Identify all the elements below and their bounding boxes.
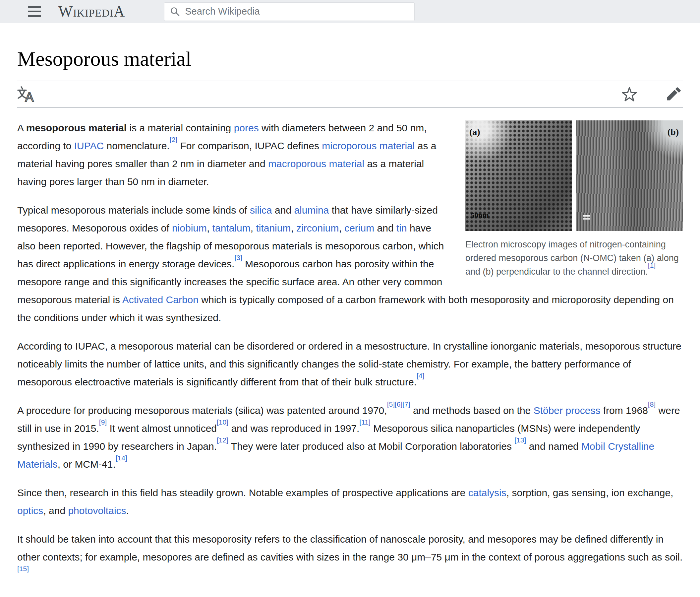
wiki-link[interactable]: catalysis bbox=[468, 487, 506, 498]
scale-bar: 50nm bbox=[471, 207, 489, 226]
reference-marker: [5] bbox=[387, 400, 395, 408]
reference-link[interactable]: [15] bbox=[17, 565, 29, 572]
paragraph: Since then, research in this field has s… bbox=[17, 484, 683, 520]
wiki-link[interactable]: silica bbox=[250, 205, 272, 216]
wiki-link[interactable]: niobium bbox=[172, 222, 207, 234]
wiki-link[interactable]: photovoltaics bbox=[68, 505, 126, 516]
search-icon bbox=[170, 6, 180, 17]
reference-link[interactable]: [2] bbox=[170, 136, 177, 143]
reference-marker: [8] bbox=[648, 400, 656, 408]
wiki-link[interactable]: pores bbox=[234, 122, 259, 133]
page-title: Mesoporous material bbox=[17, 23, 683, 71]
language-icon[interactable]: A bbox=[17, 86, 34, 102]
scale-tick bbox=[583, 215, 590, 217]
bold-term: mesoporous material bbox=[26, 122, 127, 133]
reference-marker: [13] bbox=[515, 436, 526, 444]
reference-link[interactable]: [7] bbox=[402, 400, 410, 408]
wiki-link[interactable]: Activated Carbon bbox=[122, 294, 199, 305]
reference-marker: [9] bbox=[99, 418, 107, 426]
reference-marker: [2] bbox=[170, 136, 177, 143]
reference-link[interactable]: [10] bbox=[217, 418, 228, 426]
figure-label-a: (a) bbox=[469, 123, 480, 141]
svg-text:A: A bbox=[25, 90, 34, 102]
wiki-link[interactable]: zirconium bbox=[296, 222, 339, 234]
reference-marker: [3] bbox=[234, 254, 242, 261]
reference-marker: [11] bbox=[359, 418, 370, 426]
site-header: WikipediA bbox=[0, 0, 700, 23]
search-input[interactable] bbox=[185, 6, 409, 17]
pencil-icon[interactable] bbox=[666, 87, 681, 102]
reference-link[interactable]: [6] bbox=[395, 400, 402, 408]
search-box[interactable] bbox=[164, 2, 415, 21]
wikipedia-wordmark: WikipediA bbox=[58, 4, 125, 19]
wiki-link[interactable]: tantalum bbox=[212, 222, 251, 234]
wiki-link[interactable]: alumina bbox=[294, 205, 329, 216]
reference-link[interactable]: [14] bbox=[116, 454, 127, 462]
reference-link[interactable]: [5] bbox=[387, 400, 395, 408]
wiki-link[interactable]: tin bbox=[396, 222, 407, 234]
reference-marker: [1] bbox=[648, 261, 656, 269]
reference-marker: [6] bbox=[395, 400, 402, 408]
reference-marker: [10] bbox=[217, 418, 228, 426]
reference-marker: [4] bbox=[417, 372, 424, 379]
reference-link[interactable]: [3] bbox=[234, 254, 242, 261]
reference-marker: [14] bbox=[116, 454, 127, 462]
wiki-link[interactable]: Stöber process bbox=[534, 405, 601, 416]
hamburger-menu-icon[interactable] bbox=[28, 6, 41, 17]
wiki-link[interactable]: Mobil Crystalline Materials bbox=[17, 441, 654, 470]
reference-marker: [7] bbox=[402, 400, 410, 408]
article-figure[interactable]: (a) 50nm (b) Electron microscopy images … bbox=[465, 120, 683, 279]
reference-link[interactable]: [13] bbox=[515, 436, 526, 444]
reference-marker: [15] bbox=[17, 565, 29, 572]
em-image-b: (b) bbox=[576, 120, 683, 231]
reference-link[interactable]: [8] bbox=[648, 400, 656, 408]
reference-link[interactable]: [4] bbox=[417, 372, 424, 379]
reference-link[interactable]: [11] bbox=[359, 418, 370, 426]
article-body: (a) 50nm (b) Electron microscopy images … bbox=[17, 119, 683, 595]
wiki-link[interactable]: microporous material bbox=[322, 140, 415, 151]
figure-caption: Electron microscopy images of nitrogen-c… bbox=[465, 238, 683, 279]
wiki-link[interactable]: titanium bbox=[256, 222, 291, 234]
wiki-link[interactable]: IUPAC bbox=[74, 140, 104, 151]
em-image-a: (a) 50nm bbox=[465, 120, 572, 231]
article-page: Mesoporous material A bbox=[0, 23, 700, 595]
paragraph: According to IUPAC, a mesoporous materia… bbox=[17, 337, 683, 391]
wiki-link[interactable]: optics bbox=[17, 505, 43, 516]
wiki-link[interactable]: cerium bbox=[344, 222, 374, 234]
paragraph: A procedure for producing mesoporous mat… bbox=[17, 402, 683, 473]
scale-bar-label: 50nm bbox=[471, 207, 489, 224]
reference-link[interactable]: [12] bbox=[217, 436, 228, 444]
reference-link[interactable]: [1] bbox=[648, 261, 656, 269]
electron-microscopy-image: (a) 50nm (b) bbox=[465, 120, 683, 231]
wiki-link[interactable]: macroporous material bbox=[268, 158, 364, 169]
figure-label-b: (b) bbox=[668, 123, 679, 141]
article-actions-bar: A bbox=[17, 80, 683, 108]
reference-marker: [12] bbox=[217, 436, 228, 444]
star-icon[interactable] bbox=[621, 86, 638, 102]
paragraph: It should be taken into account that thi… bbox=[17, 530, 683, 584]
reference-link[interactable]: [9] bbox=[99, 418, 107, 426]
